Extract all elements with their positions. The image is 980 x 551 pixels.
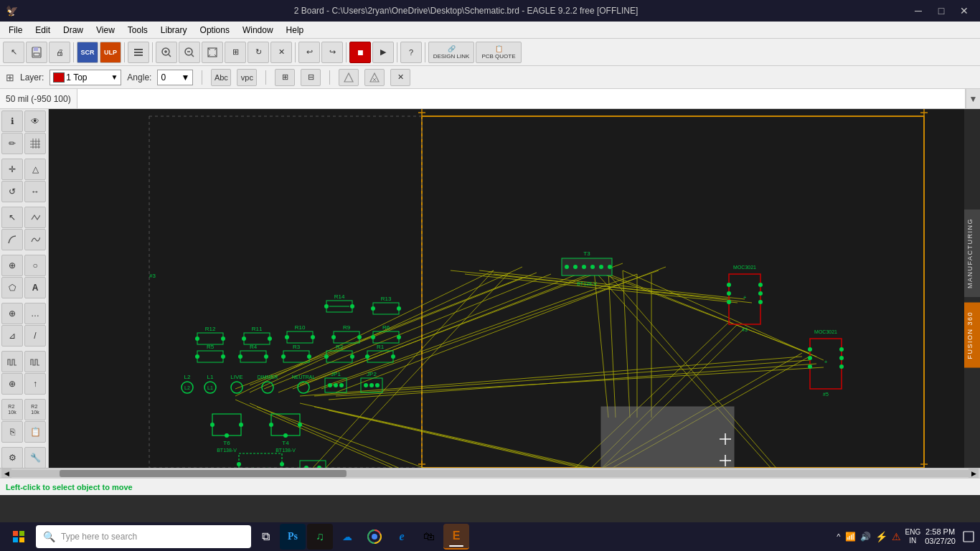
paste-button[interactable]: 📋 [24, 421, 46, 443]
menu-draw[interactable]: Draw [57, 24, 89, 37]
taskbar-eagle[interactable]: E [443, 524, 469, 550]
print-button[interactable]: 🖨 [49, 42, 70, 63]
grid-display-2[interactable]: ⊟ [301, 69, 321, 86]
cmd-dropdown-arrow[interactable]: ▼ [966, 89, 980, 108]
tray-expand[interactable]: ^ [837, 532, 840, 541]
taskbar-spotify[interactable]: ♫ [307, 524, 333, 550]
notification-button[interactable] [960, 525, 977, 548]
stop-button[interactable]: ⏹ [349, 42, 371, 63]
vpc-tool[interactable]: vpc [237, 69, 257, 86]
ratsnest-tool[interactable]: ✕ [390, 69, 410, 86]
settings-button[interactable]: ⚙ [1, 447, 23, 468]
select-button[interactable]: ↖ [1, 207, 23, 228]
fusion360-tab[interactable]: FUSION 360 [964, 303, 980, 368]
smash-button[interactable]: △ [24, 159, 46, 180]
text-tool[interactable]: Abc [211, 69, 231, 86]
mirror-button[interactable]: ↔ [24, 181, 46, 202]
close-button[interactable]: ✕ [954, 3, 974, 19]
svg-text:R11: R11 [252, 326, 263, 332]
layers-button[interactable] [128, 42, 149, 63]
edge-new-icon: e [399, 530, 404, 543]
polygon-button[interactable]: ⬠ [1, 277, 23, 298]
freehand-button[interactable] [24, 229, 46, 250]
scroll-thumb[interactable] [60, 470, 347, 477]
menu-help[interactable]: Help [281, 24, 310, 37]
pointer-tool[interactable]: ↖ [3, 42, 24, 63]
menu-file[interactable]: File [3, 24, 28, 37]
fit-button[interactable] [202, 42, 223, 63]
measure-button[interactable]: ⊿ [1, 325, 23, 347]
meander2-button[interactable] [24, 351, 46, 372]
taskbar-edge-new[interactable]: e [389, 524, 415, 550]
scroll-track[interactable] [11, 470, 969, 477]
cross-button[interactable]: ✕ [270, 42, 292, 63]
command-input[interactable] [77, 89, 966, 108]
toolbar: ↖ 🖨 SCR ULP ⊞ ↻ ✕ ↩ ↪ ⏹ ▶ ? 🔗 DESIGN LIN… [0, 39, 980, 66]
text-button[interactable]: A [24, 277, 46, 298]
run-button[interactable]: ▶ [372, 42, 394, 63]
scroll-left-arrow[interactable]: ◀ [1, 468, 11, 479]
rotate-button[interactable]: ↺ [1, 181, 23, 202]
pcb-quote-button[interactable]: 📋 PCB QUOTE [476, 42, 522, 63]
line-button[interactable]: / [24, 325, 46, 347]
taskbar-onedrive[interactable]: ☁ [334, 524, 360, 550]
draw-button[interactable]: ✏ [1, 133, 23, 154]
save-button[interactable] [26, 42, 47, 63]
drc-x-tool[interactable] [364, 69, 385, 86]
help-button[interactable]: ? [400, 42, 422, 63]
info-button[interactable]: ℹ [1, 110, 23, 132]
drc-tool[interactable] [339, 69, 359, 86]
minimize-button[interactable]: ─ [908, 3, 928, 19]
refresh-button[interactable]: ↻ [248, 42, 269, 63]
menu-library[interactable]: Library [155, 24, 193, 37]
svg-point-102 [221, 336, 225, 341]
junction-button[interactable]: ⊕ [1, 303, 23, 324]
meander1-button[interactable] [1, 351, 23, 372]
task-view-button[interactable]: ⧉ [253, 524, 278, 550]
r2-10k-1[interactable]: R210k [1, 399, 23, 420]
circle-button[interactable]: ○ [24, 255, 46, 276]
canvas-area[interactable]: R14 R13 R12 [49, 109, 980, 468]
search-bar[interactable]: 🔍 Type here to search [36, 525, 251, 548]
ulp-button[interactable]: ULP [100, 42, 121, 63]
zoom-fit2-button[interactable]: ⊞ [225, 42, 246, 63]
grid-display-1[interactable]: ⊞ [275, 69, 295, 86]
zoom-in-button[interactable] [156, 42, 177, 63]
redo-button[interactable]: ↪ [321, 42, 343, 63]
menu-tools[interactable]: Tools [122, 24, 154, 37]
route-button[interactable] [1, 229, 23, 250]
via-button[interactable]: ⊕ [1, 373, 23, 395]
taskbar-store[interactable]: 🛍 [416, 524, 442, 550]
pad-button[interactable]: ↑ [24, 373, 46, 395]
drill-button[interactable]: ⊕ [1, 255, 23, 276]
clock[interactable]: 2:58 PM 03/27/20 [925, 527, 956, 546]
design-link-button[interactable]: 🔗 DESIGN LINK [428, 42, 474, 63]
undo-button[interactable]: ↩ [298, 42, 320, 63]
language-indicator[interactable]: ENG IN [905, 528, 921, 545]
svg-point-267 [372, 534, 377, 540]
grid-button[interactable] [24, 133, 46, 154]
dimension-button[interactable]: … [24, 303, 46, 324]
scr-button[interactable]: SCR [77, 42, 98, 63]
layer-select[interactable]: 1 Top ▼ [50, 70, 121, 85]
svg-text:BT138-V: BT138-V [217, 448, 237, 453]
taskbar-photoshop[interactable]: Ps [280, 524, 306, 550]
scroll-right-arrow[interactable]: ▶ [969, 468, 979, 479]
maximize-button[interactable]: □ [931, 3, 951, 19]
angle-select[interactable]: 0 ▼ [157, 70, 193, 85]
r2-10k-2[interactable]: R210k [24, 399, 46, 420]
display-button[interactable]: 👁 [24, 110, 46, 132]
menu-window[interactable]: Window [237, 24, 279, 37]
move-button[interactable]: ✛ [1, 159, 23, 180]
manufacturing-tab[interactable]: MANUFACTURING [964, 209, 980, 297]
start-button[interactable] [3, 524, 34, 550]
copy-button[interactable]: ⎘ [1, 421, 23, 443]
menu-edit[interactable]: Edit [29, 24, 56, 37]
menu-options[interactable]: Options [194, 24, 235, 37]
zoom-out-button[interactable] [179, 42, 200, 63]
taskbar-chrome[interactable] [362, 524, 387, 550]
menu-view[interactable]: View [90, 24, 121, 37]
system-tray: ^ 📶 🔊 ⚡ ⚠ ENG IN 2:58 PM 03/27/20 [837, 525, 977, 548]
airwire-button[interactable] [24, 207, 46, 228]
wrench-button[interactable]: 🔧 [24, 447, 46, 468]
